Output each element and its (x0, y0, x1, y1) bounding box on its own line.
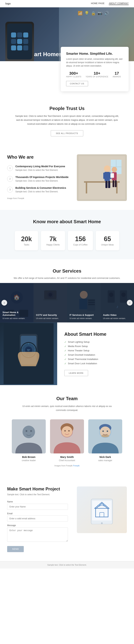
nav-about[interactable]: ABOUT COMPANY (109, 2, 129, 5)
freepik-link[interactable]: Freepik (73, 464, 80, 467)
form-left: Make Smart Home Project Sample text. Cli… (7, 486, 68, 552)
hero-stats: 300+ HAPPY CLIENTS 10+ YEARS OF EXPERIEN… (66, 71, 123, 78)
stat-card-tasks: 20k Tasks (15, 231, 38, 250)
carousel-prev-button[interactable]: ‹ (1, 300, 7, 306)
stat-item-experience: 10+ YEARS OF EXPERIENCE (86, 71, 108, 78)
logo: logo (5, 2, 11, 5)
send-button[interactable]: SEND (7, 546, 24, 552)
form-label-email: Email (7, 512, 68, 515)
check-icon-4: ✓ (64, 354, 67, 356)
message-input[interactable] (7, 527, 68, 542)
service-text-1: Ut enim ad minim veniam. (2, 317, 31, 320)
stat-number-clients: 300+ (66, 71, 81, 76)
navbar: logo HOME PAGE ABOUT COMPANY (0, 0, 134, 7)
who-image-credit: Image from Freepik (7, 197, 70, 199)
check-icon-5: ✓ (64, 358, 67, 361)
svg-point-7 (104, 166, 110, 172)
svg-point-59 (62, 426, 72, 437)
service-text-2: Ut enim ad minim veniam. (36, 317, 65, 320)
who-item-text-1: Sample text. Click to select the Text El… (15, 168, 65, 172)
form-illustration (77, 486, 127, 533)
service-info-4: Audio Video Ut enim ad minim veniam. (101, 311, 134, 322)
stat-label-happy: Happy Clients (46, 244, 60, 246)
service-text-3: Ut enim ad minim veniam. (69, 317, 98, 320)
phone-dot (11, 32, 16, 38)
svg-point-53 (22, 426, 35, 438)
email-input[interactable] (7, 516, 68, 522)
phone-dot (23, 39, 28, 44)
nav-links: HOME PAGE ABOUT COMPANY (91, 2, 129, 5)
about-home-list: ✓ Smart Lighting Setup ✓ Media Room Setu… (64, 340, 127, 365)
about-home-section: 72° About Smart Home ✓ Smart Lighting Se… (0, 322, 134, 385)
form-right (77, 486, 127, 533)
team-name-bob: Bob Brown (12, 456, 46, 458)
svg-rect-11 (105, 181, 108, 188)
wifi-icon: 📶 (78, 11, 82, 16)
service-card-it: IT Services & Support Ut enim ad minim v… (67, 283, 101, 322)
service-title-1: Smart Home & Automation (2, 311, 31, 316)
services-carousel: ‹ 🏠 Smart Home & Automation Ut e (0, 283, 134, 322)
contact-us-button[interactable]: CONTACT US (66, 81, 88, 86)
services-title: Our Services (7, 268, 127, 274)
lock-icon: 🔒 (91, 11, 96, 16)
form-group-email: Email (7, 512, 68, 522)
who-number-1: 1 (7, 165, 13, 171)
service-card-cctv: CCTV and Security Ut enim ad minim venia… (34, 283, 67, 322)
who-item-2: 2 Thousands Of Ingenious Projects Worldw… (7, 176, 70, 182)
phone-dot (17, 39, 22, 44)
services-track: 🏠 Smart Home & Automation Ut enim ad min… (0, 283, 134, 322)
team-subtitle: Ut enim ad minim veniam, quis nostrud ex… (22, 404, 112, 412)
hero-card-text: Lorem ipsum dolor sit amet, consectetur … (66, 58, 123, 68)
hero-device-icons: 📶 💡 🔒 📷 🔊 (78, 11, 109, 16)
form-title: Make Smart Home Project (7, 486, 68, 492)
form-house-svg (87, 496, 116, 524)
check-icon-1: ✓ (64, 340, 67, 344)
see-all-products-button[interactable]: SEE ALL PRODUCTS (51, 130, 83, 136)
service-title-2: CCTV and Security (36, 314, 65, 316)
hero-card-wrapper: Smarter Home. Simplified Life. Lorem ips… (0, 47, 134, 91)
who-item-title-1: Contemporary Living Model For Everyone (15, 165, 65, 168)
carousel-next-button[interactable]: › (127, 300, 133, 306)
who-item-content-3: Building Services & Consumer Electronics… (15, 186, 66, 193)
who-title: Who We are (7, 154, 70, 160)
service-text-4: Ut enim ad minim veniam. (103, 317, 132, 320)
about-home-illustration: 72° (3, 323, 54, 384)
service-title-3: IT Services & Support (69, 314, 98, 316)
speaker-icon: 🔊 (104, 11, 109, 16)
footer: Sample text. Click to select the Text El… (0, 561, 134, 568)
team-title: Our Team (7, 396, 127, 402)
who-item-3: 3 Building Services & Consumer Electroni… (7, 186, 70, 193)
team-photo-nick (88, 419, 122, 454)
trust-text: Sample text. Click to select the Text El… (13, 114, 121, 126)
service-title-4: Audio Video (103, 314, 132, 316)
form-group-name: Name (7, 500, 68, 510)
learn-more-button[interactable]: LEARN MORE (64, 370, 88, 376)
who-number-3: 3 (7, 187, 13, 192)
stat-label-awards: AWARDS (113, 76, 121, 78)
trust-section: People Trust Us Sample text. Click to se… (0, 91, 134, 147)
svg-point-61 (68, 430, 70, 432)
form-subtitle: Sample text. Click to select the Text El… (7, 493, 68, 496)
about-list-item-5: ✓ Smart Thermostat Installation (64, 358, 127, 361)
who-item-text-2: Sample text. Click to select the Text El… (15, 179, 68, 182)
stat-num-coffee: 156 (73, 235, 87, 243)
contact-section: Make Smart Home Project Sample text. Cli… (0, 478, 134, 561)
check-icon-2: ✓ (64, 345, 67, 348)
hero-card-title: Smarter Home. Simplified Life. (66, 52, 123, 56)
nav-home[interactable]: HOME PAGE (91, 2, 105, 5)
about-list-item-6: ✓ Smart Door Lock Installation (64, 362, 127, 365)
service-info-3: IT Services & Support Ut enim ad minim v… (67, 311, 101, 322)
name-input[interactable] (7, 504, 68, 510)
who-item-content-2: Thousands Of Ingenious Projects Worldwid… (15, 176, 68, 182)
stat-num-tasks: 20k (20, 235, 33, 243)
about-list-item-4: ✓ Smart Doorbell Installation (64, 354, 127, 356)
about-home-title: About Smart Home (64, 332, 127, 337)
team-photo-mary (50, 419, 84, 454)
who-item-title-2: Thousands Of Ingenious Projects Worldwid… (15, 176, 68, 178)
team-name-nick: Nick Dark (88, 456, 122, 458)
services-subtitle: We offer a full range of home automation… (7, 277, 127, 280)
bulb-icon: 💡 (84, 11, 89, 16)
services-section: Our Services We offer a full range of ho… (0, 259, 134, 322)
who-item-content-1: Contemporary Living Model For Everyone S… (15, 165, 65, 172)
svg-point-67 (102, 430, 104, 432)
